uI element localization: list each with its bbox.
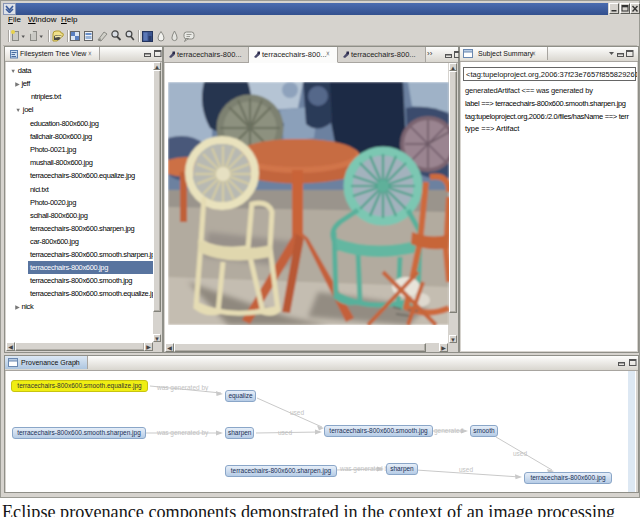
svg-text:was generated by: was generated by: [156, 384, 209, 392]
svg-text:used: used: [459, 466, 473, 473]
svg-text:used: used: [290, 409, 304, 416]
svg-text:used: used: [278, 429, 292, 436]
svg-text:was generated by: was generated by: [156, 429, 209, 437]
svg-text:generated: generated: [434, 427, 464, 435]
svg-text:was generated b: was generated b: [339, 465, 388, 473]
svg-text:used: used: [513, 450, 527, 457]
